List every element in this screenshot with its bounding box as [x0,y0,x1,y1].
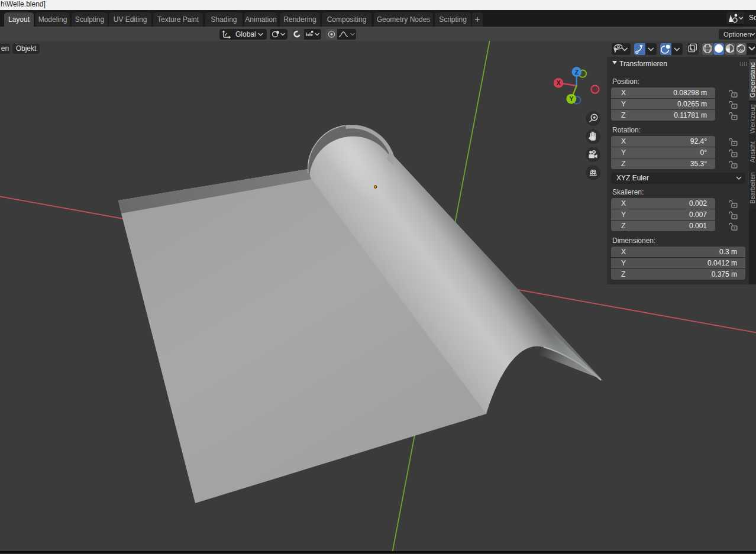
svg-text:Y: Y [569,95,574,102]
svg-text:Z: Z [574,69,579,76]
svg-text:X: X [556,79,561,86]
